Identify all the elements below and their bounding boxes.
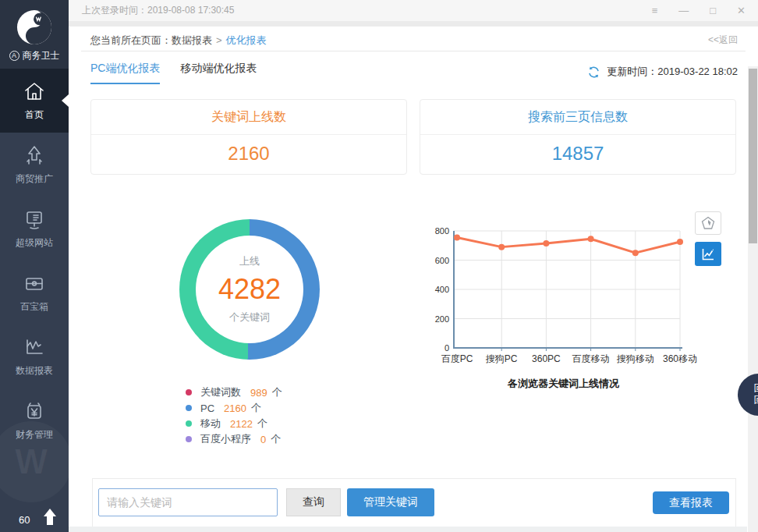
legend-value: 0: [260, 434, 266, 445]
donut-center-top-label: 上线: [239, 254, 260, 268]
brand-badge-icon: A: [9, 51, 19, 61]
breadcrumb-current[interactable]: 优化报表: [226, 34, 267, 46]
app-logo-block: A 商务卫士: [0, 0, 69, 69]
breadcrumb: 您当前所在页面：数据报表>优化报表 <<返回: [90, 34, 738, 48]
keyword-input[interactable]: [98, 488, 278, 516]
topbar-divider: [69, 21, 758, 27]
stat-card-value: 2160: [91, 135, 406, 174]
main-content: 您当前所在页面：数据报表>优化报表 <<返回 PC端优化报表 移动端优化报表 更…: [69, 27, 758, 532]
promote-icon: [23, 144, 46, 167]
tab-pc-report[interactable]: PC端优化报表: [90, 62, 160, 84]
update-time-text: 更新时间：2019-03-22 18:02: [607, 65, 738, 79]
legend-value: 2160: [224, 403, 246, 414]
website-icon: [23, 207, 46, 231]
keyword-search-panel: 查询 管理关键词 查看报表: [92, 478, 736, 532]
donut-legend: 关键词数 989 个 PC 2160 个 移动 2122 个 百度小程序 0 个: [186, 385, 282, 447]
scroll-up-arrow-icon[interactable]: [44, 509, 56, 526]
report-icon: [23, 335, 46, 359]
close-icon[interactable]: ✕: [737, 5, 746, 16]
scrollbar[interactable]: [748, 66, 758, 532]
svg-text:搜狗PC: 搜狗PC: [486, 353, 518, 364]
donut-center-bottom-label: 个关键词: [229, 310, 270, 325]
widget-glyph: 回: [754, 395, 758, 406]
legend-unit: 个: [271, 432, 281, 446]
brand: A 商务卫士: [9, 49, 60, 62]
svg-text:600: 600: [435, 256, 449, 265]
line-chart-icon: [700, 246, 716, 262]
home-icon: [23, 80, 46, 103]
svg-text:0: 0: [445, 343, 449, 353]
sidebar-item-label: 数据报表: [16, 364, 53, 378]
radar-chart-icon: [700, 215, 716, 231]
sidebar-item-label: 超级网站: [16, 236, 53, 250]
line-chart-title: 各浏览器关键词上线情况: [429, 377, 698, 391]
widget-glyph: 回: [754, 383, 758, 395]
legend-label: 移动: [200, 417, 221, 431]
legend-label: 关键词数: [200, 385, 241, 399]
radar-chart-toggle-button[interactable]: [695, 211, 721, 235]
update-time-row: 更新时间：2019-03-22 18:02: [587, 65, 738, 79]
line-chart: 0200400600800百度PC搜狗PC360PC百度移动搜狗移动360移动: [429, 223, 698, 376]
titlebar: 上次登录时间：2019-08-08 17:30:45 ≡ — □ ✕: [69, 0, 758, 21]
stat-card-title: 搜索前三页信息数: [420, 100, 735, 135]
svg-text:搜狗移动: 搜狗移动: [617, 353, 654, 364]
sidebar-item-home[interactable]: 首页: [0, 69, 69, 133]
breadcrumb-parent: 数据报表: [172, 34, 212, 46]
legend-item-miniapp: 百度小程序 0 个: [186, 431, 282, 447]
donut-center-value: 4282: [218, 273, 281, 306]
maximize-icon[interactable]: □: [710, 5, 716, 16]
legend-item-keywords: 关键词数 989 个: [186, 385, 282, 400]
svg-text:百度PC: 百度PC: [441, 353, 473, 364]
brand-name: 商务卫士: [23, 49, 60, 62]
sidebar-item-label: 首页: [25, 108, 44, 122]
view-report-button[interactable]: 查看报表: [653, 491, 729, 514]
legend-value: 989: [250, 387, 267, 399]
legend-label: 百度小程序: [200, 432, 251, 446]
stat-card-keywords-online: 关键词上线数 2160: [90, 99, 407, 175]
breadcrumb-path: 您当前所在页面：数据报表>优化报表: [90, 34, 267, 48]
legend-dot: [186, 436, 192, 442]
breadcrumb-separator: >: [216, 34, 222, 46]
svg-text:200: 200: [435, 314, 449, 324]
sidebar-watermark-logo: W: [0, 421, 69, 502]
legend-item-mobile: 移动 2122 个: [186, 416, 282, 431]
last-login-text: 上次登录时间：2019-08-08 17:30:45: [82, 4, 234, 17]
breadcrumb-divider: [81, 51, 746, 51]
sidebar-footer: 60: [0, 509, 69, 526]
donut-center: 上线 4282 个关键词: [196, 236, 303, 343]
stat-cards: 关键词上线数 2160 搜索前三页信息数 14857: [90, 99, 736, 175]
window-controls: ≡ — □ ✕: [652, 5, 746, 16]
menu-icon[interactable]: ≡: [652, 5, 658, 16]
refresh-icon[interactable]: [587, 66, 600, 79]
legend-dot: [186, 420, 192, 427]
scrollbar-thumb[interactable]: [749, 69, 757, 243]
report-tabs: PC端优化报表 移动端优化报表: [90, 62, 257, 84]
sidebar-item-promote[interactable]: 商贸推广: [0, 133, 69, 197]
legend-dot: [186, 405, 192, 411]
svg-text:400: 400: [435, 285, 449, 294]
section-divider: [69, 527, 747, 532]
donut-chart: 上线 4282 个关键词: [179, 219, 320, 360]
minimize-icon[interactable]: —: [678, 5, 689, 16]
app-logo-icon: [16, 9, 52, 45]
legend-value: 2122: [230, 418, 253, 430]
stat-card-value: 14857: [420, 135, 735, 174]
legend-unit: 个: [272, 385, 282, 399]
line-chart-toggle-button[interactable]: [695, 242, 721, 266]
legend-unit: 个: [251, 401, 261, 415]
sidebar-item-website[interactable]: 超级网站: [0, 197, 69, 261]
sidebar: A 商务卫士 首页 商贸推广 超级网站 百宝箱 数据报表: [0, 0, 69, 532]
sidebar-item-reports[interactable]: 数据报表: [0, 325, 69, 388]
finance-icon: [23, 399, 46, 423]
svg-text:360PC: 360PC: [532, 353, 561, 364]
legend-dot: [186, 389, 192, 395]
legend-item-pc: PC 2160 个: [186, 400, 282, 416]
svg-text:百度移动: 百度移动: [572, 353, 610, 364]
back-link[interactable]: <<返回: [708, 34, 738, 48]
sidebar-item-label: 商贸推广: [16, 172, 53, 186]
sidebar-item-label: 百宝箱: [20, 300, 48, 314]
query-button[interactable]: 查询: [286, 488, 341, 516]
sidebar-item-toolbox[interactable]: 百宝箱: [0, 261, 69, 325]
manage-keywords-button[interactable]: 管理关键词: [347, 488, 434, 516]
tab-mobile-report[interactable]: 移动端优化报表: [180, 62, 257, 84]
